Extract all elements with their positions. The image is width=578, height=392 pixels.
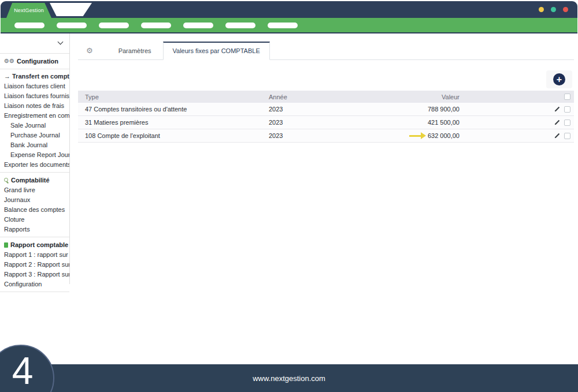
- sidebar-collapse: [0, 36, 69, 51]
- cell-annee: 2023: [269, 119, 384, 126]
- sidebar-item-rapports[interactable]: Rapports: [0, 225, 69, 234]
- tab-strip: ⚙ Paramètres Valeurs fixes par COMPTABLE: [78, 39, 574, 60]
- close-dot[interactable]: [563, 7, 568, 12]
- nav-pill[interactable]: [268, 23, 298, 28]
- table-row: 31 Matieres premières2023421 500,00: [78, 116, 574, 129]
- sidebar-item-expense-report-journal[interactable]: Expense Report Journal: [0, 150, 69, 160]
- sidebar-item-balance-des-comptes[interactable]: Balance des comptes: [0, 205, 69, 215]
- sidebar-item-rapport-3-rapport-sur-l[interactable]: Rapport 3 : Rapport sur l...: [0, 270, 69, 279]
- add-button[interactable]: +: [553, 73, 565, 85]
- sidebar-item-grand-livre[interactable]: Grand livre: [0, 185, 69, 195]
- divider: [0, 172, 69, 173]
- sidebar-item-liaison-factures-fournisseur[interactable]: Liaison factures fournisseur: [0, 91, 69, 101]
- cell-type: 47 Comptes transitoires ou d'attente: [78, 106, 269, 113]
- cell-type: 31 Matieres premières: [78, 119, 269, 126]
- gear-icon[interactable]: ⚙: [78, 46, 107, 59]
- cell-annee: 2023: [269, 132, 384, 139]
- sidebar-section-comptabilit-: Comptabilité: [0, 175, 69, 185]
- table-header: Type Année Valeur: [78, 91, 574, 103]
- divider: [0, 69, 69, 69]
- divider: [0, 292, 69, 292]
- secondary-tab-shape: [50, 3, 92, 16]
- sidebar-item-bank-journal[interactable]: Bank Journal: [0, 140, 69, 150]
- cell-actions: [460, 120, 574, 126]
- row-checkbox[interactable]: [564, 133, 570, 139]
- main-content: ⚙ Paramètres Valeurs fixes par COMPTABLE…: [78, 39, 574, 143]
- sidebar-item-enregistrement-en-compt[interactable]: Enregistrement en compt...: [0, 111, 69, 121]
- sidebar-section-label: Configuration: [17, 58, 58, 65]
- sidebar-item-sale-journal[interactable]: Sale Journal: [0, 121, 69, 130]
- divider: [0, 53, 69, 54]
- sidebar-section-rapport-comptable: Rapport comptable: [0, 240, 69, 250]
- nav-pill[interactable]: [99, 23, 129, 28]
- maximize-dot[interactable]: [551, 7, 556, 12]
- sidebar-item-liaison-notes-de-frais[interactable]: Liaison notes de frais: [0, 101, 69, 111]
- app-window: NextGestion ⚙⚙Configuration→Transfert en…: [0, 0, 578, 392]
- sidebar-item-journaux[interactable]: Journaux: [0, 195, 69, 205]
- nav-pill[interactable]: [225, 23, 255, 28]
- table-body: 47 Comptes transitoires ou d'attente2023…: [78, 103, 574, 143]
- divider: [0, 237, 69, 237]
- footer-bar: www.nextgestion.com: [0, 364, 578, 392]
- column-header-annee: Année: [269, 94, 384, 100]
- sidebar-item-liaison-factures-client[interactable]: Liaison factures client: [0, 81, 69, 91]
- tab-parametres[interactable]: Paramètres: [107, 42, 163, 59]
- cell-valeur: 632 000,00: [384, 132, 460, 139]
- highlight-arrow-icon: [409, 135, 421, 137]
- cell-type: 108 Compte de l'exploitant: [78, 132, 269, 139]
- values-table: Type Année Valeur 47 Comptes transitoire…: [78, 91, 574, 143]
- edit-icon[interactable]: [554, 133, 560, 139]
- table-row: 47 Comptes transitoires ou d'attente2023…: [78, 103, 574, 116]
- footer-url: www.nextgestion.com: [253, 374, 325, 383]
- sidebar: ⚙⚙Configuration→Transfert en compta...Li…: [0, 33, 70, 284]
- select-all-checkbox[interactable]: [564, 94, 570, 100]
- cell-actions: [460, 133, 574, 139]
- page-number: 4: [12, 349, 34, 392]
- document-icon: [4, 242, 8, 248]
- edit-icon[interactable]: [554, 106, 560, 113]
- row-checkbox[interactable]: [564, 106, 570, 113]
- brand-label: NextGestion: [14, 8, 44, 13]
- sidebar-item-configuration[interactable]: Configuration: [0, 279, 69, 289]
- cell-annee: 2023: [269, 106, 384, 113]
- brand-tab[interactable]: NextGestion: [6, 3, 51, 18]
- gears-icon: ⚙⚙: [4, 58, 14, 64]
- page-number-badge: 4: [0, 345, 54, 392]
- sidebar-section-label: Comptabilité: [11, 177, 50, 184]
- chevron-down-icon[interactable]: [58, 39, 64, 45]
- sidebar-item-cloture[interactable]: Cloture: [0, 215, 69, 225]
- nav-pill[interactable]: [183, 23, 213, 28]
- cell-actions: [460, 106, 574, 113]
- sidebar-item-exporter-les-documents-s[interactable]: Exporter les documents s...: [0, 160, 69, 170]
- sidebar-item-purchase-journal[interactable]: Purchase Journal: [0, 130, 69, 140]
- table-row: 108 Compte de l'exploitant2023632 000,00: [78, 129, 574, 143]
- column-header-type: Type: [78, 94, 269, 100]
- sidebar-menu: ⚙⚙Configuration→Transfert en compta...Li…: [0, 56, 69, 292]
- sidebar-section-label: Rapport comptable: [10, 241, 68, 248]
- minimize-dot[interactable]: [539, 7, 544, 12]
- sidebar-item-rapport-2-rapport-sur-l[interactable]: Rapport 2 : Rapport sur l...: [0, 260, 69, 270]
- magnifier-icon: [4, 178, 9, 182]
- nav-pill[interactable]: [14, 23, 45, 28]
- main-navbar: [1, 18, 577, 33]
- row-checkbox[interactable]: [564, 120, 570, 126]
- edit-icon[interactable]: [554, 120, 560, 126]
- add-button-area: +: [546, 70, 572, 88]
- cell-valeur: 421 500,00: [384, 119, 460, 126]
- sidebar-section-configuration: ⚙⚙Configuration: [0, 56, 69, 66]
- cell-valeur: 788 900,00: [384, 106, 460, 113]
- nav-pill[interactable]: [141, 23, 171, 28]
- nav-pill[interactable]: [57, 23, 87, 28]
- sidebar-item-rapport-1-rapport-sur-le[interactable]: Rapport 1 : rapport sur le...: [0, 250, 69, 260]
- traffic-lights: [539, 7, 568, 12]
- arrow-right-icon: →: [4, 73, 10, 80]
- sidebar-item-transfert-en-compta[interactable]: →Transfert en compta...: [0, 72, 69, 81]
- tab-valeurs-fixes[interactable]: Valeurs fixes par COMPTABLE: [163, 42, 270, 60]
- column-header-valeur: Valeur: [384, 94, 460, 100]
- title-bar: NextGestion: [1, 1, 577, 18]
- toolbar: +: [78, 70, 574, 88]
